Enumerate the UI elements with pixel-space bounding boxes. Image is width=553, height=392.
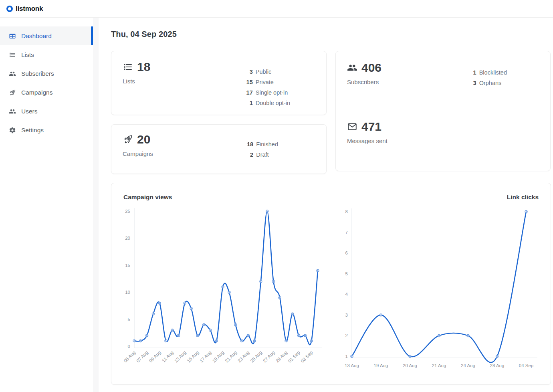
stat-value: 3 (246, 67, 253, 77)
data-point-marker (266, 210, 268, 212)
settings-icon (9, 127, 16, 134)
campaigns-icon (9, 89, 16, 96)
data-point-marker (272, 280, 274, 283)
data-point-marker (222, 286, 224, 288)
data-point-marker (304, 334, 306, 337)
messages-section: 471 Messages sent (336, 110, 550, 169)
subscribers-messages-card: 406 Subscribers 1Blocklisted3Orphans 471… (335, 51, 551, 171)
stat-label: Finished (256, 139, 278, 150)
data-point-marker (253, 340, 256, 342)
x-tick-label: 23 Aug (237, 350, 250, 364)
stat-value: 1 (473, 67, 476, 78)
main-scrollbar-track[interactable] (93, 18, 99, 392)
stat-label: Public (256, 67, 290, 77)
charts-card: Campaign views Link clicks 051015202505 … (111, 183, 551, 385)
x-tick-label: 20 Aug (403, 363, 417, 368)
x-tick-label: 15 Aug (186, 350, 200, 364)
subscribers-count: 406 (361, 62, 381, 74)
x-tick-label: 24 Aug (461, 363, 475, 368)
campaign-views-chart-svg: 051015202505 Aug07 Aug09 Aug11 Aug13 Aug… (121, 204, 329, 376)
sidebar-item-label: Dashboard (21, 32, 52, 40)
y-tick-label: 15 (125, 263, 130, 268)
data-point-marker (152, 313, 154, 315)
sidebar-item-campaigns[interactable]: Campaigns (0, 83, 93, 102)
x-tick-label: 05 Aug (123, 350, 137, 364)
data-point-marker (178, 334, 180, 337)
campaign-views-title: Campaign views (123, 194, 172, 201)
y-tick-label: 8 (345, 209, 348, 214)
data-point-marker (171, 329, 174, 331)
stat-value: 3 (473, 78, 476, 88)
sidebar-item-label: Lists (21, 51, 34, 59)
link-clicks-chart-svg: 1234567813 Aug19 Aug20 Aug21 Aug24 Aug28… (342, 204, 543, 376)
data-point-marker (496, 355, 499, 358)
x-tick-label: 03 Sep (300, 350, 313, 364)
brand-logo[interactable]: listmonk (6, 5, 43, 13)
x-tick-label: 09 Aug (148, 350, 162, 364)
campaign-views-chart: 051015202505 Aug07 Aug09 Aug11 Aug13 Aug… (121, 204, 329, 378)
data-point-marker (298, 334, 300, 337)
x-tick-label: 13 Aug (345, 363, 359, 368)
sidebar: DashboardListsSubscribersCampaignsUsersS… (0, 18, 93, 392)
subscribers-icon (9, 70, 16, 77)
stat-value: 15 (246, 77, 253, 87)
data-point-marker (260, 280, 262, 283)
y-tick-label: 1 (345, 354, 348, 359)
lists-card: 18 Lists 3Public15Private17Single opt-in… (111, 51, 327, 115)
sidebar-item-subscribers[interactable]: Subscribers (0, 64, 93, 83)
data-point-marker (209, 329, 212, 331)
rocket-icon (123, 134, 133, 145)
y-tick-label: 3 (345, 313, 348, 317)
messages-count: 471 (361, 121, 381, 133)
sidebar-item-lists[interactable]: Lists (0, 45, 93, 64)
subscribers-stats: 1Blocklisted3Orphans (473, 67, 507, 99)
y-tick-label: 10 (125, 290, 130, 295)
data-point-marker (467, 334, 469, 337)
data-point-marker (285, 340, 287, 342)
data-point-marker (525, 210, 527, 213)
data-point-marker (409, 355, 411, 358)
data-point-marker (317, 269, 319, 272)
dashboard-icon (9, 32, 16, 40)
data-point-marker (196, 334, 199, 337)
campaigns-card: 20 Campaigns 18Finished2Draft (111, 124, 327, 174)
people-icon (347, 63, 357, 73)
data-point-marker (351, 355, 353, 358)
stat-label: Private (256, 77, 290, 87)
users-icon (9, 108, 16, 115)
stat-value: 2 (247, 150, 253, 160)
line-series (134, 211, 318, 345)
x-tick-label: 19 Aug (374, 363, 388, 368)
data-point-marker (203, 323, 205, 326)
sidebar-item-settings[interactable]: Settings (0, 121, 93, 139)
x-tick-label: 28 Aug (490, 363, 505, 368)
sidebar-item-dashboard[interactable]: Dashboard (0, 26, 93, 45)
stat-label: Orphans (479, 78, 507, 88)
data-point-marker (240, 340, 243, 342)
stat-value: 17 (246, 87, 253, 98)
x-tick-label: 13 Aug (174, 350, 187, 364)
lists-icon (9, 51, 16, 59)
line-series (352, 212, 526, 362)
y-tick-label: 2 (345, 333, 348, 338)
x-tick-label: 21 Aug (432, 363, 446, 368)
data-point-marker (438, 334, 440, 337)
x-tick-label: 07 Aug (135, 350, 149, 364)
sidebar-item-label: Users (21, 108, 37, 115)
link-clicks-chart: 1234567813 Aug19 Aug20 Aug21 Aug24 Aug28… (342, 204, 543, 378)
data-point-marker (234, 323, 237, 326)
sidebar-item-users[interactable]: Users (0, 102, 93, 121)
y-tick-label: 0 (128, 344, 130, 349)
lists-stats: 3Public15Private17Single opt-in1Double o… (246, 67, 290, 105)
link-clicks-title: Link clicks (507, 194, 539, 201)
data-point-marker (158, 302, 161, 304)
campaigns-label: Campaigns (123, 150, 153, 157)
y-tick-label: 20 (125, 236, 130, 240)
app-header: listmonk (0, 0, 553, 18)
list-icon (123, 62, 133, 72)
y-tick-label: 25 (125, 209, 130, 214)
data-point-marker (310, 340, 313, 342)
stat-label: Draft (256, 150, 278, 160)
sidebar-item-label: Subscribers (21, 70, 54, 77)
data-point-marker (247, 334, 249, 337)
